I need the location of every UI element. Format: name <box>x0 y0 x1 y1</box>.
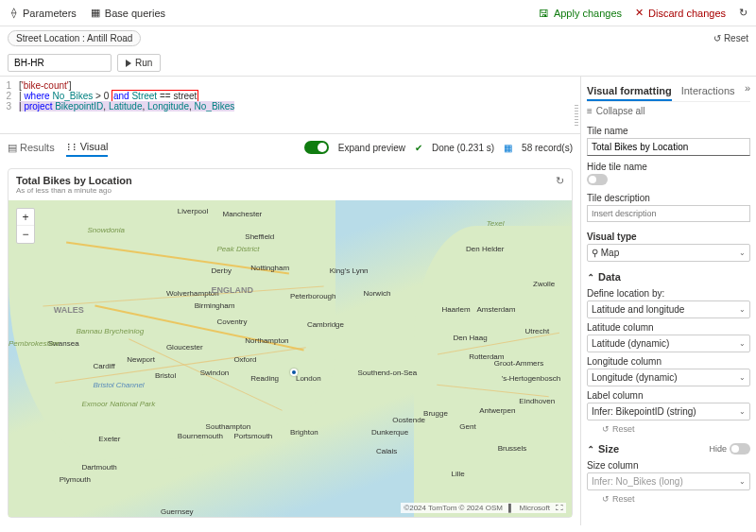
chevron-down-icon: ⌄ <box>739 407 746 416</box>
query-editor[interactable]: 1['bike-count'] 2| where No_Bikes > 0 an… <box>0 77 580 133</box>
expand-preview-toggle[interactable] <box>304 141 329 154</box>
map-attribution: ©2024 TomTom © 2024 OSM▌Microsoft ⛶ <box>401 503 566 513</box>
editor-grip[interactable] <box>575 105 578 128</box>
size-reset-button[interactable]: ↺Reset <box>587 494 750 504</box>
chevron-down-icon: ⌄ <box>739 249 746 257</box>
city-label: Den Helder <box>466 245 504 253</box>
visual-type-select[interactable]: ⚲ Map⌄ <box>587 244 750 262</box>
label-column-select[interactable]: Infer: BikepointID (string)⌄ <box>587 403 750 420</box>
hide-tile-name-toggle[interactable] <box>587 174 608 185</box>
tile-refresh-button[interactable]: ↻ <box>556 175 564 187</box>
latitude-column-label: Latitude column <box>587 322 750 333</box>
region-label: Exmoor National Park <box>81 400 155 408</box>
tab-results[interactable]: ▤Results <box>8 139 55 157</box>
city-label: Brighton <box>290 428 318 437</box>
parameters-button[interactable]: ⟠Parameters <box>8 8 77 19</box>
data-section-header[interactable]: ⌄Data <box>587 269 750 284</box>
run-button[interactable]: Run <box>117 54 161 72</box>
tile-title: Total Bikes by Location <box>16 175 132 186</box>
query-name-input[interactable] <box>8 54 112 72</box>
city-label: Portsmouth <box>233 432 272 440</box>
city-label: Dartmouth <box>81 463 116 472</box>
records-label: 58 record(s) <box>522 143 573 153</box>
city-label: Derby <box>212 266 232 275</box>
reset-filters-button[interactable]: ↺Reset <box>713 33 748 43</box>
undo-icon: ↺ <box>602 494 610 504</box>
play-icon <box>126 60 131 67</box>
city-label: Swindon <box>200 369 230 377</box>
visual-type-label: Visual type <box>587 232 750 242</box>
city-label: Liverpool <box>178 207 208 215</box>
check-icon: ✔ <box>415 143 422 153</box>
refresh-icon: ↻ <box>737 8 748 19</box>
city-label: Nottingham <box>250 264 289 272</box>
filter-pill[interactable]: Street Location : Antill Road <box>8 30 141 46</box>
city-label: Utrecht <box>524 327 549 335</box>
city-label: Bristol <box>155 371 176 380</box>
done-label: Done (0.231 s) <box>432 143 494 153</box>
tile-subtitle: As of less than a minute ago <box>16 186 132 195</box>
map-expand-icon[interactable]: ⛶ <box>556 504 563 512</box>
tile-desc-input[interactable] <box>587 205 750 222</box>
discard-label: Discard changes <box>648 8 726 19</box>
region-label: Pembrokeshire <box>9 339 60 348</box>
city-label: Gent <box>459 422 475 431</box>
water-label: Bristol Channel <box>93 381 144 389</box>
collapse-panel-icon[interactable]: » <box>745 82 750 101</box>
parameters-label: Parameters <box>23 8 77 19</box>
zoom-out-button[interactable]: − <box>17 226 34 243</box>
tab-visual[interactable]: ⫶⫶Visual <box>66 138 109 157</box>
chevron-down-icon: ⌄ <box>739 477 746 486</box>
map-pin[interactable] <box>290 369 298 376</box>
city-label: Guernsey <box>161 507 194 516</box>
formatting-panel: Visual formatting Interactions » ≡Collap… <box>581 77 756 525</box>
city-label: Brugge <box>423 409 448 418</box>
map-icon: ⚲ <box>592 248 601 258</box>
city-label: London <box>296 374 321 383</box>
refresh-button[interactable]: ↻ <box>737 8 748 19</box>
latitude-column-select[interactable]: Latitude (dynamic)⌄ <box>587 335 750 352</box>
region-label: Bannau Brycheiniog <box>77 327 145 335</box>
tile-name-label: Tile name <box>587 126 750 136</box>
zoom-in-button[interactable]: + <box>17 209 34 226</box>
city-label: Den Haag <box>454 334 488 342</box>
records-icon: ▦ <box>504 143 512 153</box>
define-location-label: Define location by: <box>587 288 750 299</box>
city-label: Haarlem <box>442 305 471 314</box>
city-label: Southampton <box>206 422 251 431</box>
collapse-all-button[interactable]: ≡Collapse all <box>587 102 750 120</box>
tile-name-input[interactable] <box>587 138 750 156</box>
size-hide-toggle[interactable] <box>730 443 750 455</box>
label-column-label: Label column <box>587 390 750 401</box>
save-icon: 🖫 <box>539 8 550 19</box>
chevron-down-icon: ⌄ <box>739 373 746 382</box>
tile-desc-label: Tile description <box>587 193 750 203</box>
city-label: Dunkerque <box>371 428 408 437</box>
map-canvas[interactable]: + − Liverpool Manchester Sheffield Peak … <box>9 200 572 517</box>
longitude-column-select[interactable]: Longitude (dynamic)⌄ <box>587 369 750 386</box>
close-icon: ✕ <box>633 8 644 19</box>
data-reset-button[interactable]: ↺Reset <box>587 424 750 434</box>
size-column-select[interactable]: Infer: No_Bikes (long)⌄ <box>587 472 750 490</box>
chevron-up-icon: ⌄ <box>587 444 594 454</box>
chevron-down-icon: ⌄ <box>739 339 746 348</box>
country-label: WALES <box>54 305 84 315</box>
tab-interactions[interactable]: Interactions <box>681 82 735 101</box>
discard-changes-button[interactable]: ✕Discard changes <box>633 8 726 19</box>
city-label: King's Lynn <box>330 266 369 275</box>
city-label: Cambridge <box>307 320 344 329</box>
zoom-control: + − <box>16 208 35 244</box>
region-label: Texel <box>487 219 505 228</box>
longitude-column-label: Longitude column <box>587 356 750 367</box>
queries-icon: ▦ <box>90 8 101 19</box>
size-section-header[interactable]: ⌄ Size Hide <box>587 441 750 456</box>
undo-icon: ↺ <box>713 33 721 43</box>
city-label: Norwich <box>363 289 390 298</box>
apply-changes-button[interactable]: 🖫Apply changes <box>539 8 622 19</box>
city-label: 's-Hertogenbosch <box>502 374 560 383</box>
city-label: Northampton <box>245 336 288 345</box>
tab-visual-formatting[interactable]: Visual formatting <box>587 82 672 101</box>
base-queries-button[interactable]: ▦Base queries <box>90 8 165 19</box>
define-location-select[interactable]: Latitude and longitude⌄ <box>587 300 750 318</box>
city-label: Calais <box>376 447 397 455</box>
